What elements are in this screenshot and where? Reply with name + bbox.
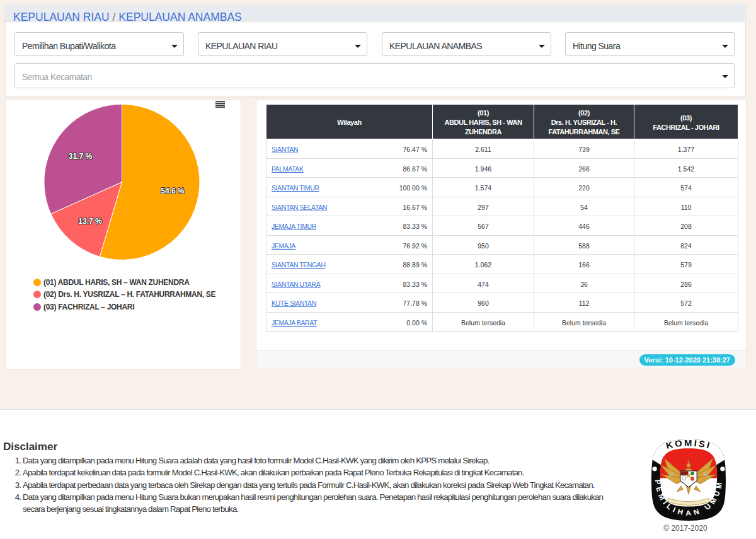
svg-text:54.6 %: 54.6 % [161,187,185,195]
svg-text:13.7 %: 13.7 % [78,217,102,226]
svg-text:31.7 %: 31.7 % [69,152,93,161]
